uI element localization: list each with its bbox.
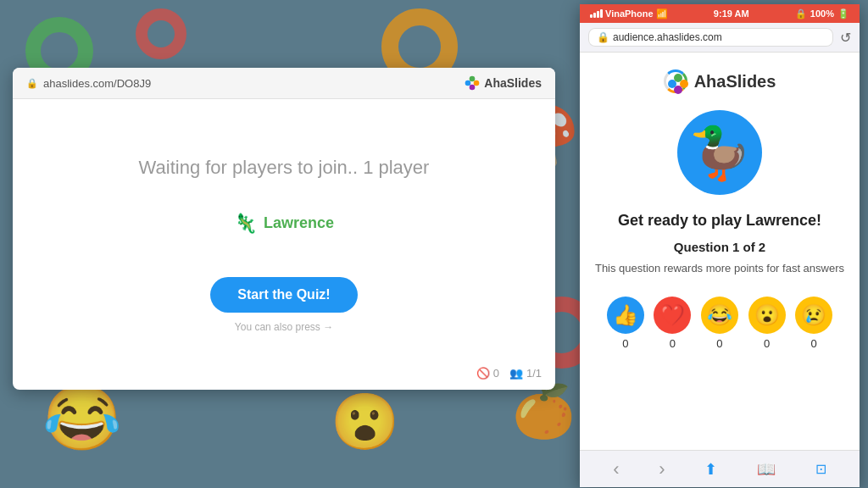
aha-logo-icon [464,75,481,92]
reaction-count-haha: 0 [716,337,722,350]
svg-point-3 [470,85,476,91]
aha-logo-text: AhaSlides [484,76,542,90]
start-quiz-button[interactable]: Start the Quiz! [210,277,357,313]
mobile-browser-bottom-nav: ‹ › ⬆︎ 📖 ⊡ [580,450,860,487]
battery-percent: 100% [810,8,834,19]
url-bar[interactable]: 🔒 audience.ahaslides.com [588,28,833,47]
browser-address-bar: 🔒 audience.ahaslides.com ↺ [580,23,860,53]
tabs-button[interactable]: ⊡ [815,461,826,477]
reaction-count-wow: 0 [764,337,770,350]
presentation-header: 🔒 ahaslides.com/DO8J9 AhaSlides [13,68,555,99]
url-text: audience.ahaslides.com [613,31,722,43]
blocked-stat: 🚫 0 [476,367,499,380]
reaction-haha: 😂0 [701,297,738,350]
reaction-btn-haha[interactable]: 😂 [701,297,738,334]
reaction-btn-love[interactable]: ❤️ [654,297,691,334]
presentation-footer: 🚫 0 👥 1/1 [476,367,542,380]
reaction-count-like: 0 [622,337,628,350]
join-url-text: ahaslides.com/DO8J9 [43,77,151,90]
mobile-content: AhaSlides 🦆 Get ready to play Lawrence! … [580,53,860,450]
status-bar-right: 🔒 100% 🔋 [795,8,849,19]
refresh-button[interactable]: ↺ [840,30,851,46]
reaction-count-sad: 0 [811,337,817,350]
url-lock-icon: 🔒 [597,31,609,43]
duck-emoji: 🦆 [688,123,752,183]
presentation-body: Waiting for players to join.. 1 player 🦎… [13,99,555,390]
mobile-phone: VinaPhone 📶 9:19 AM 🔒 100% 🔋 🔒 audience.… [580,4,860,487]
player-avatar: 🦎 [234,213,257,235]
share-button[interactable]: ⬆︎ [704,460,717,479]
aha-spinner-icon [664,69,687,93]
reaction-btn-wow[interactable]: 😮 [748,297,786,334]
presentation-window: 🔒 ahaslides.com/DO8J9 AhaSlides Waiting … [13,68,555,390]
question-description: This question rewards more points for fa… [595,261,844,276]
svg-point-7 [674,86,682,94]
player-stat: 👥 1/1 [509,367,542,380]
carrier-name: VinaPhone [605,8,654,19]
question-label: Question 1 of 2 [674,240,765,254]
svg-point-1 [470,76,476,82]
lock-icon: 🔒 [26,78,38,89]
reaction-count-love: 0 [670,337,676,350]
back-button[interactable]: ‹ [613,458,619,480]
reaction-love: ❤️0 [654,297,691,350]
waiting-title: Waiting for players to join.. 1 player [139,157,430,179]
bookmarks-button[interactable]: 📖 [757,460,776,479]
wifi-icon: 📶 [656,8,668,19]
reaction-wow: 😮0 [748,297,786,350]
status-time: 9:19 AM [714,8,749,19]
battery-icon: 🔋 [837,8,849,19]
people-icon: 👥 [509,367,523,380]
reaction-sad: 😢0 [795,297,832,350]
svg-point-0 [465,80,471,86]
block-icon: 🚫 [476,367,490,380]
reaction-like: 👍0 [607,297,644,350]
svg-point-2 [474,80,480,86]
emoji-reactions: 👍0❤️0😂0😮0😢0 [593,297,846,350]
mobile-aha-logo: AhaSlides [664,69,776,93]
signal-bars [590,9,603,18]
ahaslides-logo: AhaSlides [464,75,542,92]
duck-avatar: 🦆 [677,110,762,195]
reaction-btn-like[interactable]: 👍 [607,297,644,334]
player-name-text: Lawrence [264,214,334,232]
player-name: 🦎 Lawrence [234,213,334,235]
status-bar-left: VinaPhone 📶 [590,8,668,19]
join-info: 🔒 ahaslides.com/DO8J9 [26,77,151,90]
press-hint: You can also press → [235,321,333,333]
mobile-aha-text: AhaSlides [694,72,776,92]
reaction-btn-sad[interactable]: 😢 [795,297,832,334]
ios-status-bar: VinaPhone 📶 9:19 AM 🔒 100% 🔋 [580,4,860,23]
forward-button[interactable]: › [659,458,665,480]
ready-title: Get ready to play Lawrence! [618,212,821,230]
battery-level: 🔒 [795,8,807,19]
